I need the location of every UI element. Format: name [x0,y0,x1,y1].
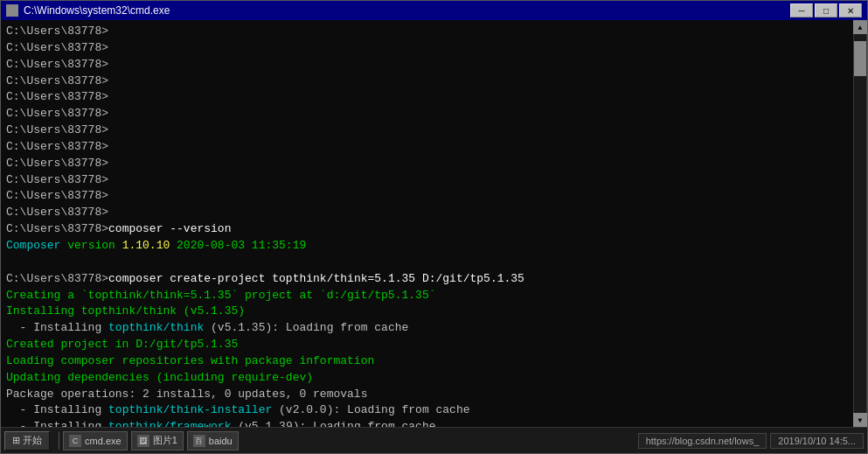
prompt-line-4: C:\Users\83778> [6,73,848,90]
taskbar-item-cmd-label: cmd.exe [85,436,122,446]
taskbar-clock: 2019/10/10 14:5... [770,433,864,449]
prompt-line-5: C:\Users\83778> [6,89,848,106]
window-icon [6,4,18,17]
created-project-line: Created project in D:/git/tp5.1.35 [6,337,848,353]
package-ops-line: Package operations: 2 installs, 0 update… [6,387,848,403]
scrollbar[interactable]: ▲ ▼ [853,20,867,427]
window-controls: ─ □ ✕ [790,3,862,17]
taskbar: ⊞ 开始 C cmd.exe 🖼 图片1 百 baidu https://blo… [1,427,867,453]
terminal-body[interactable]: C:\Users\83778> C:\Users\83778> C:\Users… [1,20,867,427]
scrollbar-down-arrow[interactable]: ▼ [853,413,867,427]
cmd-icon: C [69,435,81,447]
installing-topthink-line: Installing topthink/think (v5.1.35) [6,304,848,320]
loading-repos-line: Loading composer repositories with packa… [6,353,848,370]
prompt-line-9: C:\Users\83778> [6,156,848,172]
window-title: C:\Windows\system32\cmd.exe [24,4,790,17]
taskbar-item-img[interactable]: 🖼 图片1 [131,431,184,451]
taskbar-watermark: https://blog.csdn.net/lows_ [638,433,767,449]
maximize-button[interactable]: □ [815,3,837,17]
installing-installer-line: - Installing topthink/think-installer (v… [6,402,848,419]
close-button[interactable]: ✕ [839,3,862,17]
updating-deps-line: Updating dependencies (including require… [6,370,848,387]
prompt-line-11: C:\Users\83778> [6,188,848,205]
clock-text: 2019/10/10 14:5... [778,436,856,446]
cmd-create-project: C:\Users\83778>composer create-project t… [6,271,848,288]
taskbar-item-img-label: 图片1 [153,434,177,447]
taskbar-item-baidu-label: baidu [209,436,233,446]
installing-framework-line: - Installing topthink/framework (v5.1.39… [6,419,848,427]
installing-topthink-detail: - Installing topthink/think (v5.1.35): L… [6,320,848,337]
taskbar-item-baidu[interactable]: 百 baidu [187,431,239,451]
prompt-line-12: C:\Users\83778> [6,205,848,221]
minimize-button[interactable]: ─ [790,3,813,17]
terminal-content: C:\Users\83778> C:\Users\83778> C:\Users… [1,20,853,427]
cmd-window: C:\Windows\system32\cmd.exe ─ □ ✕ C:\Use… [0,0,868,454]
baidu-icon: 百 [193,435,205,447]
img-icon: 🖼 [137,435,149,447]
composer-version-output: Composer version 1.10.10 2020-08-03 11:3… [6,238,848,255]
prompt-line-7: C:\Users\83778> [6,122,848,139]
creating-project-line: Creating a `topthink/think=5.1.35` proje… [6,288,848,304]
cmd-composer-version: C:\Users\83778>composer --version [6,221,848,238]
prompt-line-2: C:\Users\83778> [6,40,848,57]
prompt-line-3: C:\Users\83778> [6,57,848,73]
watermark-text: https://blog.csdn.net/lows_ [646,436,760,446]
taskbar-item-cmd[interactable]: C cmd.exe [63,431,128,451]
prompt-line-10: C:\Users\83778> [6,172,848,189]
prompt-line-6: C:\Users\83778> [6,106,848,122]
prompt-line-1: C:\Users\83778> [6,24,848,40]
prompt-line-8: C:\Users\83778> [6,139,848,156]
start-button[interactable]: ⊞ 开始 [4,431,50,451]
title-bar: C:\Windows\system32\cmd.exe ─ □ ✕ [1,1,867,20]
svg-rect-1 [9,7,12,10]
blank-line-1 [6,255,848,271]
scrollbar-thumb[interactable] [854,41,866,76]
taskbar-separator-1 [59,432,59,450]
start-label: ⊞ 开始 [12,434,42,447]
scrollbar-up-arrow[interactable]: ▲ [853,20,867,34]
